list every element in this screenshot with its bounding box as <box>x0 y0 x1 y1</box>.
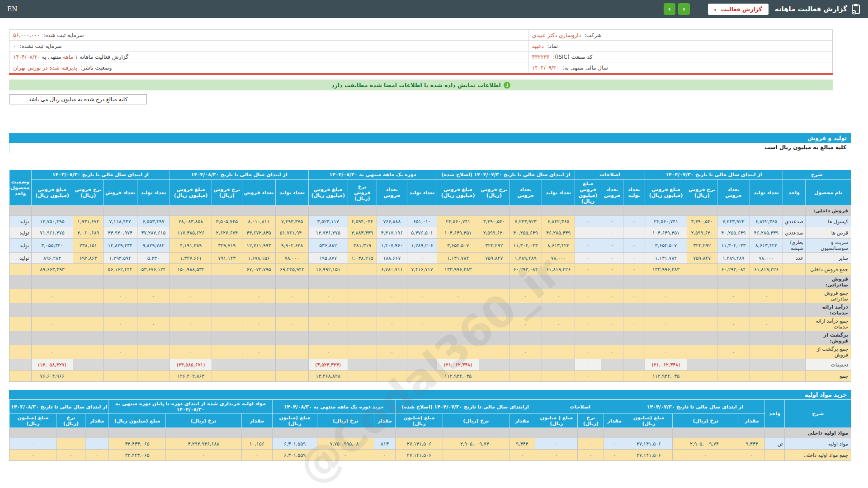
value-cell: ۰ <box>578 438 604 450</box>
column-header: نرخ فروش (ریال) <box>73 180 104 206</box>
unit-cell <box>765 428 785 438</box>
value-cell: ۶۰,۲۹۳,۰۸۴ <box>717 264 750 275</box>
value-cell <box>479 289 509 303</box>
value-cell <box>137 345 170 359</box>
row-label: فروش صادراتی: <box>806 275 851 289</box>
value-cell: ۱۱۲,۹۳۴,۰۳۵ <box>645 371 687 382</box>
value-cell <box>623 345 645 359</box>
value-cell <box>242 331 276 345</box>
value-cell: ۲,۵۹۹,۶۲۰ <box>687 227 717 239</box>
value-cell <box>687 206 717 216</box>
value-cell <box>407 345 437 359</box>
value-cell <box>645 331 687 345</box>
unit-cell: صدعددي <box>783 216 805 227</box>
value-cell: ۷۵۹,۸۴۷ <box>479 253 509 264</box>
value-cell: ۰ <box>377 345 407 359</box>
value-cell <box>437 275 479 289</box>
info-value: ۱۴۰۴/۰۹/۳۰ <box>532 65 559 71</box>
product-status-cell: تولید <box>9 227 32 239</box>
signed-info-alert: i اطلاعات نمایش داده شده با اطلاعات امضا… <box>9 80 833 90</box>
column-header: تعداد تولید <box>542 180 575 206</box>
column-group-header: اصلاحات <box>535 400 625 414</box>
row-label: سایر <box>806 253 851 264</box>
value-cell <box>212 289 242 303</box>
value-cell <box>308 331 348 345</box>
value-cell <box>170 331 212 345</box>
value-cell <box>31 331 73 345</box>
value-cell: ۳,۶۵۴,۵۰۷ <box>645 239 687 253</box>
info-value: داروسازي دكتر عبيدي <box>532 32 581 38</box>
value-cell <box>437 303 479 317</box>
value-cell: ۳۲۹,۷۱۹ <box>212 239 242 253</box>
value-cell: ۵,۴۷۶,۵۰۱ <box>407 227 437 239</box>
value-cell: ۰ <box>137 289 170 303</box>
info-label: سال مالی منتهی به: <box>559 65 608 71</box>
value-cell: ۵۶,۱۶۲,۴۴۴ <box>103 264 137 275</box>
column-header: مبلغ (میلیون ریال) <box>109 414 166 428</box>
column-header: مقدار <box>85 414 108 428</box>
next-report-button[interactable]: › <box>664 3 675 15</box>
value-cell: ۷,۴۹۳,۳۷۵ <box>276 216 309 227</box>
value-cell <box>212 345 242 359</box>
value-cell <box>687 371 717 382</box>
value-cell <box>509 359 542 371</box>
column-header: تعداد فروش <box>103 180 137 206</box>
value-cell: ۰ <box>535 450 578 461</box>
value-cell <box>374 428 395 438</box>
table-row: جمع درآمد ارائه خدمات۰۰۰۰۰۰۰۰۰۰۰۰۰۰۰۰۰۰ <box>9 317 851 331</box>
company-info-row: سال مالی منتهی به: ۱۴۰۴/۰۹/۳۰ <box>528 62 832 73</box>
value-cell <box>348 206 377 216</box>
value-cell <box>437 331 479 345</box>
value-cell: (۲۴,۵۸۵,۶۷۱) <box>170 359 212 371</box>
value-cell: ۱۱۷,۳۸۵,۶۲۶ <box>170 227 212 239</box>
value-cell <box>673 428 739 438</box>
value-cell <box>509 331 542 345</box>
language-switch-link[interactable]: EN <box>7 5 17 13</box>
value-cell <box>443 450 509 461</box>
value-cell: ۲,۵۹۹,۶۲۰ <box>479 227 509 239</box>
value-cell: ۱,۶۷۸,۱۵۶ <box>242 253 276 264</box>
value-cell: ۸۱۳ <box>374 438 395 450</box>
table-row: مواد اولیهتن۹,۳۴۳۲,۹۰۵,۰۰۹,۷۴۰۲۷,۱۴۱,۵۰۶… <box>9 438 851 450</box>
row-label: تخفیفات <box>806 359 851 371</box>
value-cell: ۶,۵۵۳,۴۹۷ <box>137 216 170 227</box>
value-cell: ۰ <box>601 264 623 275</box>
value-cell <box>750 331 783 345</box>
value-cell: (۳,۵۲۳,۳۲۳) <box>308 359 348 371</box>
column-header: مقدار <box>604 414 625 428</box>
value-cell <box>73 289 104 303</box>
column-group-header: از ابتدای سال مالی تا تاریخ ۱۴۰۴/۰۷/۳۰ <box>645 170 783 180</box>
value-cell <box>601 331 623 345</box>
prev-report-button[interactable]: ‹ <box>678 3 690 15</box>
column-group-header: از ابتدای سال مالی تا تاریخ ۱۴۰۳/۰۸/۳۰ <box>31 170 170 180</box>
report-info-row: وضعیت ناشر: پذیرفته شده در بورس تهران <box>9 62 528 73</box>
row-label: برگشت از فروش: <box>806 331 851 345</box>
value-cell: ۴۰,۲۵۵,۶۳۹ <box>717 227 750 239</box>
column-group-header: اصلاحات <box>575 170 645 180</box>
column-header: نرخ فروش (ریال) <box>348 180 377 206</box>
value-cell: ۶,۳۰۱,۵۵۹ <box>272 450 317 461</box>
company-id-column: شرکت: داروسازي دكتر عبيدينماد: دعبیدکد ص… <box>528 29 833 73</box>
value-cell <box>601 206 623 216</box>
value-cell: ۰ <box>170 345 212 359</box>
value-cell <box>407 275 437 289</box>
value-cell: ۰ <box>575 359 601 371</box>
unit-cell <box>783 359 805 371</box>
report-type-dropdown[interactable]: گزارش فعالیت ▾ <box>708 4 769 15</box>
column-header: مبلغ (میلیون ریال) <box>9 414 57 428</box>
value-cell: ۹,۳۴۳ <box>739 438 765 450</box>
unit-cell: تن <box>765 438 785 450</box>
value-cell <box>578 428 604 438</box>
value-cell <box>542 371 575 382</box>
unit-cell <box>783 345 805 359</box>
column-header: نرخ فروش (ریال) <box>687 180 717 206</box>
value-cell <box>623 359 645 371</box>
value-cell <box>348 275 377 289</box>
report-info-row: سرمایه ثبت شده: ۵۶,۰۰۰,۰۰۰ <box>9 30 528 41</box>
value-cell <box>601 371 623 382</box>
value-cell: ۰ <box>407 317 437 331</box>
value-cell: ۰ <box>170 317 212 331</box>
unit-cell: بطري/ شیشه <box>783 239 805 253</box>
table-row: شربت و سوسپانسیونبطري/ شیشه۸,۶۱۳,۴۲۲۱۱,۳… <box>9 239 851 253</box>
column-header: مقدار <box>739 414 765 428</box>
